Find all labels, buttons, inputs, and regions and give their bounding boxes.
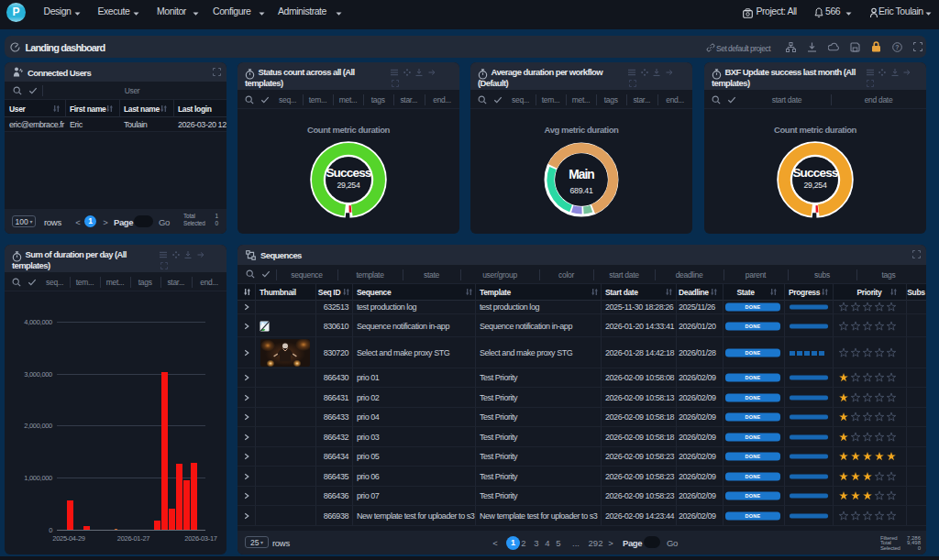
svg-text:29,254: 29,254: [337, 181, 360, 190]
svg-text:Success: Success: [792, 166, 837, 180]
svg-text:Main: Main: [569, 168, 594, 181]
svg-text:Success: Success: [326, 166, 370, 180]
svg-text:?: ?: [895, 44, 899, 50]
svg-text:689.41: 689.41: [570, 186, 593, 195]
svg-text:29,254: 29,254: [804, 181, 827, 190]
